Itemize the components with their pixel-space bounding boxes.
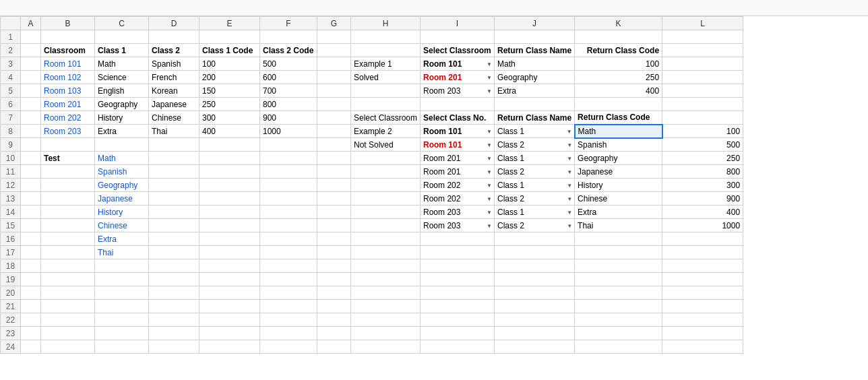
cell-10-5[interactable] [199, 152, 260, 165]
cell-18-4[interactable] [149, 259, 199, 273]
cell-12-6[interactable] [260, 179, 317, 192]
cell-18-10[interactable] [495, 259, 575, 273]
cell-3-7[interactable] [317, 57, 351, 71]
cell-13-2[interactable] [41, 192, 95, 205]
spreadsheet[interactable]: A B C D E F G H I J K L 12ClassroomClass… [0, 16, 868, 380]
cell-16-1[interactable] [21, 232, 41, 246]
cell-22-11[interactable] [575, 313, 662, 327]
cell-7-5[interactable]: 300 [199, 111, 260, 125]
cell-20-5[interactable] [199, 286, 260, 300]
cell-18-1[interactable] [21, 259, 41, 273]
cell-5-8[interactable] [351, 84, 421, 98]
cell-18-11[interactable] [575, 259, 662, 273]
cell-11-1[interactable] [21, 165, 41, 179]
cell-9-1[interactable] [21, 138, 41, 152]
cell-20-3[interactable] [95, 286, 149, 300]
cell-2-12[interactable] [662, 44, 743, 57]
dropdown-arrow[interactable]: ▼ [487, 155, 492, 161]
dropdown-arrow[interactable]: ▼ [567, 182, 572, 188]
cell-8-9[interactable]: Room 101▼ [421, 125, 495, 138]
cell-16-4[interactable] [149, 232, 199, 246]
cell-24-6[interactable] [260, 340, 317, 354]
cell-23-3[interactable] [95, 327, 149, 340]
cell-14-4[interactable] [149, 205, 199, 219]
cell-5-2[interactable]: Room 103 [41, 84, 95, 98]
dropdown-arrow[interactable]: ▼ [487, 128, 492, 134]
cell-15-2[interactable] [41, 219, 95, 232]
cell-11-11[interactable]: Japanese [575, 165, 662, 179]
cell-23-4[interactable] [149, 327, 199, 340]
cell-22-6[interactable] [260, 313, 317, 327]
cell-13-9[interactable]: Room 202▼ [421, 192, 495, 205]
cell-22-4[interactable] [149, 313, 199, 327]
cell-9-4[interactable] [149, 138, 199, 152]
dropdown-arrow[interactable]: ▼ [567, 155, 572, 161]
cell-7-4[interactable]: Chinese [149, 111, 199, 125]
cell-13-11[interactable]: Chinese [575, 192, 662, 205]
cell-18-5[interactable] [199, 259, 260, 273]
cell-21-2[interactable] [41, 300, 95, 313]
cell-14-1[interactable] [21, 205, 41, 219]
cell-7-11[interactable]: Return Class Code [575, 111, 662, 125]
cell-17-5[interactable] [199, 246, 260, 259]
cell-12-12[interactable]: 300 [662, 179, 743, 192]
cell-24-2[interactable] [41, 340, 95, 354]
cell-24-9[interactable] [421, 340, 495, 354]
cell-18-9[interactable] [421, 259, 495, 273]
cell-12-1[interactable] [21, 179, 41, 192]
cell-12-7[interactable] [317, 179, 351, 192]
cell-3-10[interactable]: Math [495, 57, 575, 71]
cell-6-5[interactable]: 250 [199, 98, 260, 111]
cell-11-2[interactable] [41, 165, 95, 179]
cell-7-12[interactable] [662, 111, 743, 125]
cell-6-1[interactable] [21, 98, 41, 111]
cell-19-10[interactable] [495, 273, 575, 286]
cell-15-5[interactable] [199, 219, 260, 232]
cell-9-8[interactable]: Not Solved [351, 138, 421, 152]
cell-16-8[interactable] [351, 232, 421, 246]
cell-11-5[interactable] [199, 165, 260, 179]
cell-15-9[interactable]: Room 203▼ [421, 219, 495, 232]
cell-23-2[interactable] [41, 327, 95, 340]
cell-12-11[interactable]: History [575, 179, 662, 192]
cell-7-1[interactable] [21, 111, 41, 125]
cell-9-10[interactable]: Class 2▼ [495, 138, 575, 152]
cell-16-6[interactable] [260, 232, 317, 246]
cell-18-7[interactable] [317, 259, 351, 273]
cell-21-6[interactable] [260, 300, 317, 313]
cell-14-8[interactable] [351, 205, 421, 219]
cell-12-2[interactable] [41, 179, 95, 192]
cell-15-6[interactable] [260, 219, 317, 232]
cell-8-7[interactable] [317, 125, 351, 138]
cell-18-2[interactable] [41, 259, 95, 273]
dropdown-arrow[interactable]: ▼ [567, 128, 572, 134]
cell-20-7[interactable] [317, 286, 351, 300]
cell-3-12[interactable] [662, 57, 743, 71]
cell-7-9[interactable]: Select Class No. [421, 111, 495, 125]
cell-5-1[interactable] [21, 84, 41, 98]
cell-19-6[interactable] [260, 273, 317, 286]
cell-17-11[interactable] [575, 246, 662, 259]
cell-1-2[interactable] [41, 30, 95, 44]
cell-9-5[interactable] [199, 138, 260, 152]
cell-18-8[interactable] [351, 259, 421, 273]
cell-1-12[interactable] [662, 30, 743, 44]
cell-8-1[interactable] [21, 125, 41, 138]
cell-19-5[interactable] [199, 273, 260, 286]
cell-19-11[interactable] [575, 273, 662, 286]
cell-24-12[interactable] [662, 340, 743, 354]
cell-20-9[interactable] [421, 286, 495, 300]
cell-22-3[interactable] [95, 313, 149, 327]
cell-1-5[interactable] [199, 30, 260, 44]
cell-5-7[interactable] [317, 84, 351, 98]
cell-16-7[interactable] [317, 232, 351, 246]
cell-18-3[interactable] [95, 259, 149, 273]
cell-5-6[interactable]: 700 [260, 84, 317, 98]
cell-4-1[interactable] [21, 71, 41, 84]
cell-23-7[interactable] [317, 327, 351, 340]
cell-24-8[interactable] [351, 340, 421, 354]
cell-10-11[interactable]: Geography [575, 152, 662, 165]
cell-23-12[interactable] [662, 327, 743, 340]
cell-10-2[interactable]: Test [41, 152, 95, 165]
cell-14-12[interactable]: 400 [662, 205, 743, 219]
